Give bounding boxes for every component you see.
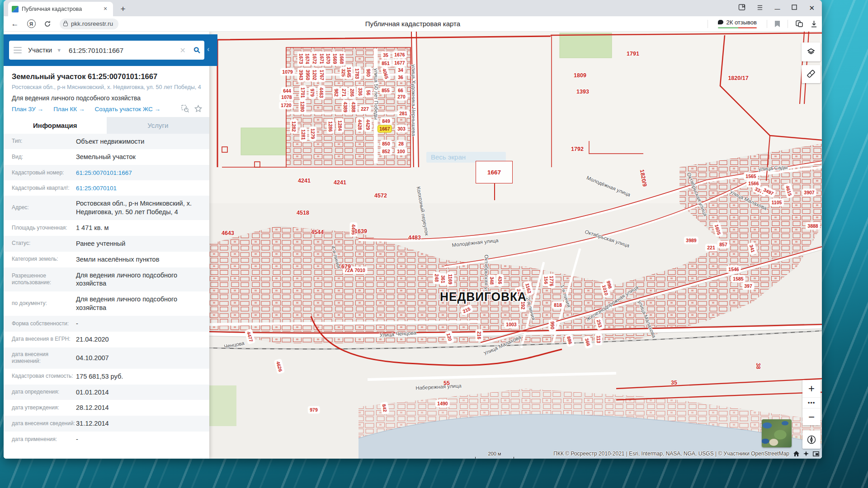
quarter-label[interactable]: 4643: [222, 230, 234, 236]
parcel-label[interactable]: 66: [396, 87, 405, 94]
parcel-label[interactable]: 1202: [311, 68, 318, 81]
locate-button[interactable]: [802, 431, 821, 449]
compass-rose-icon[interactable]: [803, 451, 809, 456]
parcel-label[interactable]: 1677: [393, 60, 406, 66]
parcel-label[interactable]: 271: [341, 87, 347, 98]
reviews-badge[interactable]: 2К отзывов: [715, 18, 760, 30]
zoom-in-button[interactable]: +: [802, 380, 821, 397]
quarter-label[interactable]: 1791: [627, 51, 639, 57]
quarter-label[interactable]: 4241: [298, 178, 311, 184]
chevron-down-icon[interactable]: ▼: [57, 47, 61, 53]
quarter-label[interactable]: 4544: [311, 229, 324, 235]
parcel-link[interactable]: Создать участок ЖС →: [94, 106, 160, 113]
parcel-label[interactable]: 980: [365, 67, 372, 78]
tab-information[interactable]: Информация: [4, 117, 107, 134]
parcel-label[interactable]: 3943: [298, 68, 304, 81]
selected-parcel-label[interactable]: 1667: [378, 126, 391, 132]
parcel-label[interactable]: 227: [359, 106, 370, 112]
parcel-label[interactable]: 3907: [802, 189, 816, 196]
parcel-label[interactable]: 361: [440, 274, 446, 285]
parcel-label[interactable]: 1676: [393, 52, 406, 58]
selected-parcel-callout[interactable]: 1667: [476, 161, 513, 183]
quarter-label[interactable]: 1639: [354, 228, 367, 235]
parcel-label[interactable]: 818: [552, 302, 563, 308]
fullscreen-icon[interactable]: [813, 451, 819, 456]
parcel-label[interactable]: 4428: [357, 118, 363, 131]
quarter-label[interactable]: 35: [671, 380, 677, 386]
parcel-label[interactable]: 1674: [304, 52, 311, 65]
tab-close-icon[interactable]: ×: [101, 5, 109, 13]
address-bar[interactable]: pkk.rosreestr.ru: [60, 19, 118, 29]
quarter-label[interactable]: 4518: [297, 210, 309, 216]
back-icon[interactable]: ←: [9, 18, 21, 30]
layers-button[interactable]: [802, 42, 821, 61]
minimize-icon[interactable]: —: [774, 6, 780, 12]
parcel-link[interactable]: План КК →: [53, 106, 85, 113]
parcel-label[interactable]: 855: [380, 87, 391, 94]
parcel-label[interactable]: 644: [282, 88, 292, 94]
parcel-label[interactable]: 1079: [281, 69, 294, 75]
parcel-label[interactable]: 1673: [298, 52, 304, 65]
parcel-label[interactable]: 100: [396, 148, 406, 155]
parcel-label[interactable]: 3989: [684, 237, 698, 244]
parcel-label[interactable]: 979: [309, 87, 316, 98]
row-value-link[interactable]: 61:25:0070101:1667: [76, 169, 209, 177]
ruler-button[interactable]: [802, 65, 821, 83]
parcel-label[interactable]: 1490: [436, 400, 449, 407]
parcel-label[interactable]: 4389: [342, 100, 349, 113]
parcel-label[interactable]: 1078: [280, 94, 293, 100]
basemap-thumbnail[interactable]: [762, 419, 792, 447]
collapse-panel-icon[interactable]: ‹: [207, 45, 209, 53]
parcel-label[interactable]: 1720: [279, 102, 292, 108]
parcel-label[interactable]: 852: [381, 148, 392, 155]
parcel-label[interactable]: 982: [333, 87, 340, 98]
parcel-label[interactable]: 1003: [505, 321, 518, 328]
parcel-label[interactable]: 1566: [747, 180, 760, 187]
search-box[interactable]: Участки ▼ 61:25:70101:1667 ✕ ⚲: [9, 41, 204, 60]
parcel-label[interactable]: 850: [381, 141, 392, 147]
area-search-icon[interactable]: [181, 105, 189, 114]
search-category[interactable]: Участки: [28, 47, 52, 54]
search-icon[interactable]: ⚲: [191, 45, 203, 56]
parcel-label[interactable]: 1783: [354, 67, 360, 80]
parcel-label[interactable]: 1585: [731, 276, 745, 282]
parcel-label[interactable]: 1668: [339, 52, 345, 65]
quarter-label[interactable]: 1809: [574, 72, 586, 79]
side-panel-bookmark-icon[interactable]: [738, 4, 745, 12]
parcel-label[interactable]: 348: [489, 275, 495, 286]
new-tab-button[interactable]: +: [117, 3, 129, 15]
quarter-label[interactable]: 1792: [571, 146, 584, 152]
parcel-label[interactable]: 1546: [727, 266, 740, 272]
parcel-label[interactable]: 113: [595, 334, 602, 345]
parcel-label[interactable]: 248: [434, 272, 440, 283]
quarter-label[interactable]: 4572: [374, 192, 387, 199]
parcel-label[interactable]: 56: [365, 89, 372, 97]
parcel-label[interactable]: 1767: [319, 68, 325, 81]
parcel-label[interactable]: 1280: [299, 100, 306, 113]
parcel-label[interactable]: 28: [397, 141, 405, 147]
parcel-label[interactable]: 36: [396, 74, 405, 80]
parcel-label[interactable]: 221: [706, 244, 717, 251]
menu-icon[interactable]: ☰: [757, 5, 763, 11]
parcel-label[interactable]: 4463: [318, 86, 325, 99]
zoom-out-button[interactable]: −: [802, 408, 821, 425]
row-value-link[interactable]: 61:25:0070101: [76, 184, 209, 192]
parcel-label[interactable]: 270: [396, 94, 407, 100]
parcel-label[interactable]: 1169: [447, 273, 453, 286]
clear-search-icon[interactable]: ✕: [179, 46, 185, 55]
collections-icon[interactable]: [795, 20, 803, 28]
parcel-label[interactable]: 4388: [350, 100, 357, 113]
favorite-star-icon[interactable]: [194, 105, 202, 114]
parcel-label[interactable]: 1701: [300, 86, 306, 99]
parcel-label[interactable]: 1279: [310, 127, 316, 140]
parcel-label[interactable]: 1565: [744, 173, 757, 179]
parcel-label[interactable]: 1670: [325, 52, 331, 65]
parcel-label[interactable]: 990: [549, 320, 556, 331]
download-icon[interactable]: [811, 20, 817, 28]
parcel-label[interactable]: 1671: [319, 52, 325, 65]
parcel-label[interactable]: 1286: [327, 120, 334, 133]
quarter-label[interactable]: 1393: [576, 89, 589, 95]
parcel-label[interactable]: 1672: [311, 52, 318, 65]
parcel-label[interactable]: 1284: [337, 119, 343, 132]
parcel-label[interactable]: 3950: [305, 68, 311, 81]
